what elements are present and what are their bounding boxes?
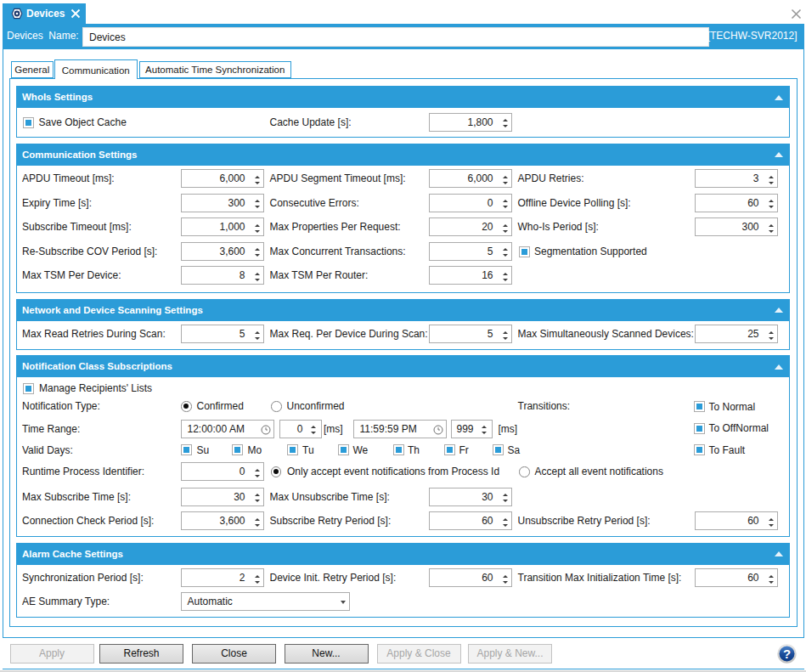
svg-text:?: ?	[783, 647, 791, 661]
